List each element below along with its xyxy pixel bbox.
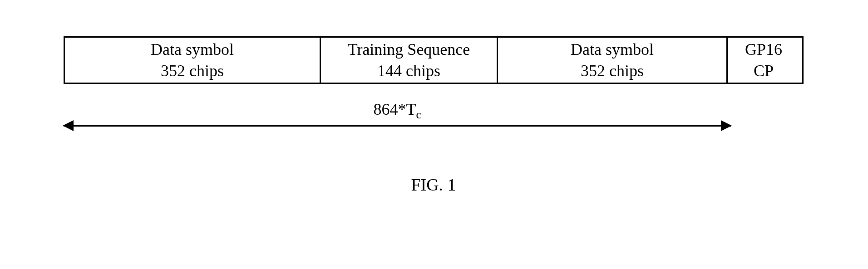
cell-value: CP xyxy=(754,60,774,82)
cell-label: Data symbol xyxy=(151,39,234,60)
training-sequence-cell: Training Sequence 144 chips xyxy=(321,38,498,83)
duration-label: 864*Tc xyxy=(64,100,731,121)
cell-label: GP16 xyxy=(745,39,782,60)
figure-caption: FIG. 1 xyxy=(64,175,804,195)
frame-structure: Data symbol 352 chips Training Sequence … xyxy=(64,36,804,84)
data-symbol-cell-2: Data symbol 352 chips xyxy=(498,38,728,83)
cell-label: Data symbol xyxy=(571,39,654,60)
duration-indicator: 864*Tc xyxy=(64,100,731,132)
guard-period-cell: GP16 CP xyxy=(728,38,799,83)
cell-value: 352 chips xyxy=(161,60,224,82)
cell-label: Training Sequence xyxy=(348,39,470,60)
duration-subscript: c xyxy=(416,108,421,121)
data-symbol-cell-1: Data symbol 352 chips xyxy=(65,38,321,83)
cell-value: 144 chips xyxy=(377,60,440,82)
duration-prefix: 864*T xyxy=(373,100,416,118)
cell-value: 352 chips xyxy=(581,60,644,82)
double-arrow-icon xyxy=(64,125,731,127)
